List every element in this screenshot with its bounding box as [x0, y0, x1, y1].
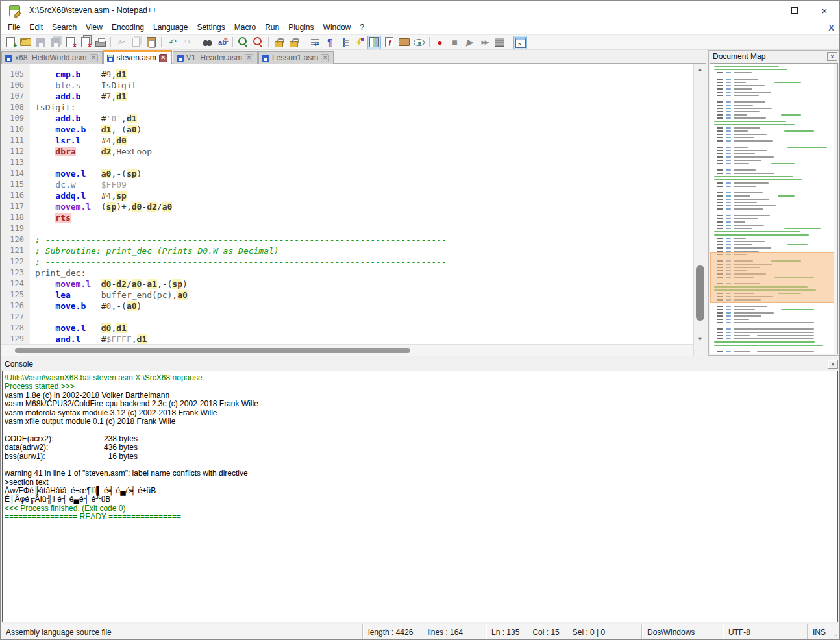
line-number: 128 [1, 323, 30, 334]
show-console-icon[interactable] [513, 36, 527, 49]
menu-language[interactable]: Language [149, 21, 192, 33]
document-map-close-button[interactable]: x [827, 52, 837, 61]
minimize-button[interactable]: – [750, 1, 780, 20]
menu-plugins[interactable]: Plugins [284, 21, 318, 33]
status-position: Ln : 135 Col : 15 Sel : 0 | 0 [486, 624, 641, 639]
maximize-icon [791, 7, 798, 14]
tab-close-icon[interactable]: ✕ [90, 54, 98, 62]
scroll-down-arrow[interactable]: ▼ [694, 333, 706, 344]
editor-frame: 105 cmp.b #9,d1106 ble.s IsDigit107 add.… [1, 64, 706, 356]
status-sel: Sel : 0 | 0 [573, 628, 605, 637]
paste-icon[interactable] [144, 36, 158, 49]
menu-edit[interactable]: Edit [25, 21, 47, 33]
code-line: 109 add.b #'0',d1 [1, 113, 693, 124]
line-number: 121 [1, 245, 30, 256]
macro-play-icon[interactable]: ▶ [463, 36, 476, 49]
word-wrap-icon[interactable] [308, 36, 321, 49]
define-your-language-icon[interactable] [352, 36, 366, 49]
menu-settings[interactable]: Settings [192, 21, 229, 33]
tab-V1_Header.asm[interactable]: V1_Header.asm✕ [173, 51, 258, 64]
console-line: data(adrw2):436 bytes [5, 443, 835, 452]
console-line [5, 426, 835, 434]
code-editor[interactable]: 105 cmp.b #9,d1106 ble.s IsDigit107 add.… [1, 64, 693, 356]
code-line: 128 move.l d0,d1 [1, 323, 693, 334]
copy-icon[interactable] [129, 36, 143, 49]
code-line: 127 [1, 312, 693, 323]
cut-icon[interactable]: ✂ [114, 36, 128, 49]
scroll-up-arrow[interactable]: ▲ [694, 64, 706, 75]
menu-file[interactable]: File [3, 21, 25, 33]
document-map-viewport[interactable] [710, 252, 837, 303]
tab-close-icon[interactable]: ✕ [159, 54, 167, 62]
tab-close-icon[interactable]: ✕ [245, 54, 253, 62]
close-button[interactable]: × [809, 1, 839, 20]
menu-view[interactable]: View [81, 21, 107, 33]
redo-icon[interactable]: ↷ [180, 36, 193, 49]
editor-hscrollbar[interactable] [1, 344, 693, 356]
print-icon[interactable] [93, 36, 107, 49]
show-all-characters-icon[interactable]: ¶ [323, 36, 336, 49]
close-all-icon[interactable] [79, 36, 92, 49]
tab-label: V1_Header.asm [186, 53, 242, 62]
macro-stop-icon[interactable]: ■ [448, 36, 462, 49]
menu-macro[interactable]: Macro [230, 21, 260, 33]
macro-save-icon[interactable] [493, 36, 506, 49]
tab-steven.asm[interactable]: steven.asm✕ [103, 50, 172, 64]
code-line: 107 add.b #7,d1 [1, 91, 693, 102]
toolbar: ✂↶↷¶●■▶ [1, 34, 839, 50]
toolbar-separator [161, 37, 162, 47]
find-icon[interactable] [201, 36, 214, 49]
maximize-button[interactable] [780, 1, 809, 20]
menu-close-icon[interactable]: X [828, 23, 834, 32]
tab-label: steven.asm [117, 53, 156, 62]
code-line: 108IsDigit: [1, 102, 693, 113]
status-col: Col : 15 [532, 628, 559, 637]
macro-run-multiple-icon[interactable] [478, 36, 491, 49]
tab-x68_HelloWorld.asm[interactable]: x68_HelloWorld.asm✕ [1, 51, 103, 64]
open-file-icon[interactable] [19, 36, 32, 49]
monitoring-icon[interactable] [412, 36, 426, 49]
document-map-title: Document Map [713, 52, 765, 61]
menu-run[interactable]: Run [260, 21, 284, 33]
document-map-body[interactable] [710, 63, 838, 354]
line-number: 122 [1, 256, 30, 267]
menu-window[interactable]: Window [319, 21, 356, 33]
status-length: length : 4426 [368, 628, 413, 637]
console-panel: Console x \Utils\Vasm\vasmX68.bat steven… [1, 356, 839, 624]
show-indent-guide-icon[interactable] [338, 36, 351, 49]
tab-Lesson1.asm[interactable]: Lesson1.asm✕ [258, 51, 334, 64]
new-file-icon[interactable] [4, 36, 18, 49]
menu-help[interactable]: ? [355, 21, 369, 33]
function-list-icon[interactable] [382, 36, 396, 49]
undo-icon[interactable]: ↶ [165, 36, 179, 49]
save-all-icon[interactable] [49, 36, 62, 49]
sync-vertical-scrolling-icon[interactable] [272, 36, 286, 49]
saved-file-icon [107, 55, 114, 62]
hscrollbar-thumb[interactable] [15, 348, 410, 353]
status-bar: Assembly language source file length : 4… [1, 624, 839, 639]
menu-encoding[interactable]: Encoding [107, 21, 149, 33]
replace-icon[interactable] [216, 36, 229, 49]
editor-vscrollbar[interactable]: ▲ ▼ [693, 64, 706, 356]
vscrollbar-thumb[interactable] [696, 265, 704, 321]
sync-horizontal-scrolling-icon[interactable] [287, 36, 301, 49]
status-eol-format: Dos\Windows [641, 624, 723, 639]
menu-search[interactable]: Search [47, 21, 81, 33]
resize-grip[interactable] [833, 624, 839, 639]
zoom-in-icon[interactable] [236, 36, 250, 49]
folder-as-workspace-icon[interactable] [397, 36, 411, 49]
document-map-scrollbar[interactable] [834, 64, 837, 354]
line-number: 105 [1, 69, 30, 80]
code-line: 114 move.l a0,-(sp) [1, 168, 693, 179]
close-file-icon[interactable] [64, 36, 77, 49]
tab-label: x68_HelloWorld.asm [15, 53, 87, 62]
document-map-icon[interactable] [367, 36, 381, 49]
console-output[interactable]: \Utils\Vasm\vasmX68.bat steven.asm X:\Sr… [2, 371, 838, 622]
console-close-button[interactable]: x [828, 360, 838, 369]
code-line: 125 lea buffer_end(pc),a0 [1, 289, 693, 301]
save-file-icon[interactable] [34, 36, 47, 49]
zoom-out-icon[interactable] [251, 36, 265, 49]
tab-close-icon[interactable]: ✕ [321, 54, 329, 62]
line-number: 120 [1, 234, 30, 245]
macro-record-icon[interactable]: ● [433, 36, 447, 49]
